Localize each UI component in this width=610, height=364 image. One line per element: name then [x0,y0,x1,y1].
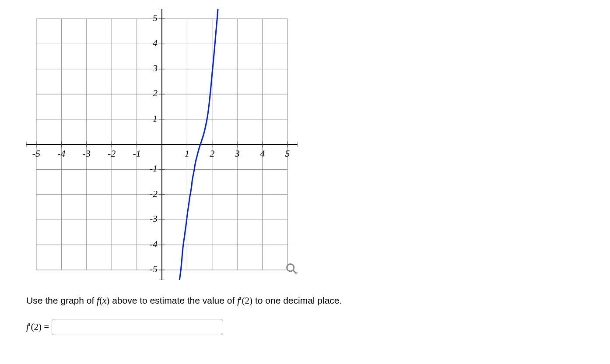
prompt-text: to one decimal place. [255,295,342,305]
y-tick-label: 4 [153,37,158,48]
y-tick-label: 2 [153,88,158,98]
y-tick-label: 1 [153,113,158,124]
answer-input[interactable] [52,319,223,335]
answer-label: f′(2) = [26,322,49,332]
y-tick-label: -3 [150,213,158,224]
prompt-text: Use the graph of [26,295,97,305]
x-tick-label: -1 [133,148,140,159]
axes [26,9,298,280]
question-prompt: Use the graph of f(x) above to estimate … [26,293,584,308]
x-tick-label: -4 [57,148,65,159]
x-tick-label: -5 [32,148,40,159]
y-tick-label: -2 [150,188,158,199]
y-tick-label: 5 [153,12,158,23]
x-tick-label: 3 [235,148,240,159]
y-tick-label: -5 [150,263,158,274]
chart-container: -5 -4 -3 -2 -1 1 2 3 4 5 -5 -4 -3 -2 -1 … [26,9,298,280]
answer-row: f′(2) = [26,319,584,335]
x-tick-labels: -5 -4 -3 -2 -1 1 2 3 4 5 [32,148,290,159]
y-tick-label: 3 [152,63,158,74]
x-tick-label: 4 [260,148,265,159]
y-tick-labels: -5 -4 -3 -2 -1 1 2 3 4 5 [150,12,158,274]
prompt-text: above to estimate the value of [112,295,237,305]
function-plot: -5 -4 -3 -2 -1 1 2 3 4 5 -5 -4 -3 -2 -1 … [26,9,298,280]
x-tick-label: 1 [185,148,189,159]
x-tick-label: 2 [210,148,214,159]
x-tick-label: 5 [285,148,290,159]
y-tick-label: -1 [150,163,158,174]
x-tick-label: -3 [83,148,91,159]
x-tick-label: -2 [108,148,116,159]
zoom-icon[interactable] [285,262,298,275]
y-tick-label: -4 [150,238,158,249]
svg-point-46 [287,264,294,271]
